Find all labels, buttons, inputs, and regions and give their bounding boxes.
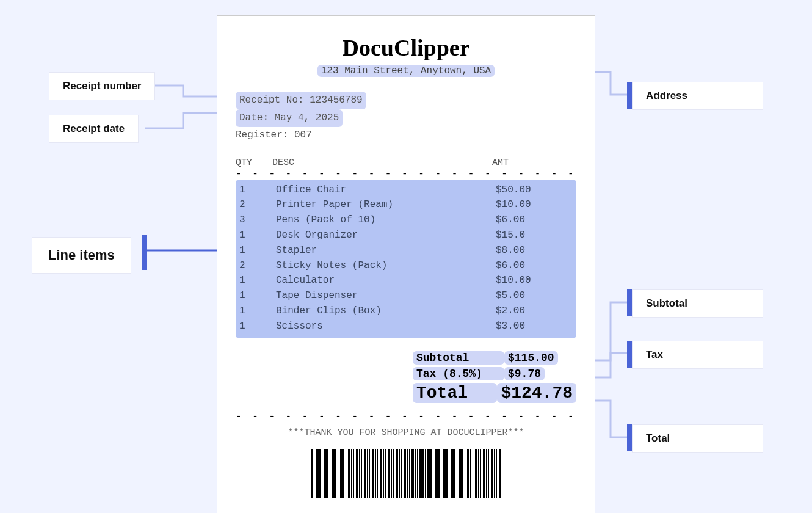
header-amt: AMT [492, 158, 565, 168]
address-highlight: 123 Main Street, Anytown, USA [317, 65, 495, 77]
item-qty: 2 [239, 258, 276, 274]
line-item-row: 1Tape Dispenser$5.00 [239, 288, 573, 304]
tax-accent-bar [627, 341, 632, 368]
line-item-row: 1Office Chair$50.00 [239, 183, 573, 198]
item-desc: Scissors [276, 319, 496, 334]
thank-you-message: ***THANK YOU FOR SHOPPING AT DOCUCLIPPER… [236, 428, 576, 438]
dash-separator: - - - - - - - - - - - - - - - - - - - - … [236, 169, 576, 179]
item-qty: 1 [239, 228, 276, 243]
line-item-row: 1Binder Clips (Box)$2.00 [239, 304, 573, 319]
callout-receipt-number: Receipt number [49, 72, 155, 100]
line-item-row: 3Pens (Pack of 10)$6.00 [239, 213, 573, 228]
item-qty: 1 [239, 273, 276, 288]
item-desc: Stapler [276, 243, 496, 258]
item-qty: 1 [239, 183, 276, 198]
item-amt: $6.00 [496, 213, 569, 228]
line-item-row: 1Stapler$8.00 [239, 243, 573, 258]
item-desc: Tape Dispenser [276, 288, 496, 304]
item-desc: Desk Organizer [276, 228, 496, 243]
item-qty: 1 [239, 319, 276, 334]
item-qty: 1 [239, 243, 276, 258]
total-value: $124.78 [497, 383, 576, 403]
register-label: Register: [236, 129, 294, 140]
item-amt: $10.00 [496, 197, 569, 213]
header-qty: QTY [236, 158, 272, 168]
callout-tax: Tax [632, 341, 763, 369]
receipt-date-highlight: Date: May 4, 2025 [236, 109, 343, 127]
item-amt: $10.00 [496, 273, 569, 288]
item-amt: $6.00 [496, 258, 569, 274]
line-item-row: 2Sticky Notes (Pack)$6.00 [239, 258, 573, 274]
dash-separator-bottom: - - - - - - - - - - - - - - - - - - - - … [236, 412, 576, 421]
register-value: 007 [294, 129, 312, 140]
items-header: QTY DESC AMT [236, 158, 576, 168]
totals-block: Subtotal $115.00 Tax (8.5%) $9.78 Total … [413, 351, 576, 403]
receipt-number-highlight: Receipt No: 123456789 [236, 92, 366, 109]
callout-receipt-date: Receipt date [49, 115, 139, 143]
item-amt: $2.00 [496, 304, 569, 319]
receipt-document: DocuClipper 123 Main Street, Anytown, US… [217, 15, 595, 513]
date-label: Date: [239, 112, 275, 123]
line-item-row: 1Scissors$3.00 [239, 319, 573, 334]
callout-line-items: Line items [32, 237, 131, 274]
item-amt: $5.00 [496, 288, 569, 304]
subtotal-row: Subtotal $115.00 [413, 351, 576, 365]
tax-row: Tax (8.5%) $9.78 [413, 367, 576, 380]
total-accent-bar [627, 424, 632, 451]
item-desc: Printer Paper (Ream) [276, 197, 496, 213]
callout-address: Address [632, 82, 763, 110]
item-qty: 3 [239, 213, 276, 228]
callout-total: Total [632, 424, 763, 453]
item-desc: Office Chair [276, 183, 496, 198]
item-amt: $15.0 [496, 228, 569, 243]
item-desc: Calculator [276, 273, 496, 288]
address-accent-bar [627, 82, 632, 109]
line-item-row: 2Printer Paper (Ream)$10.00 [239, 197, 573, 213]
tax-value: $9.78 [504, 367, 545, 380]
receipt-no-label: Receipt No: [239, 95, 310, 106]
subtotal-value: $115.00 [504, 351, 558, 365]
brand-name: DocuClipper [236, 34, 576, 61]
barcode [311, 449, 501, 498]
item-desc: Sticky Notes (Pack) [276, 258, 496, 274]
item-amt: $3.00 [496, 319, 569, 334]
item-amt: $50.00 [496, 183, 569, 198]
item-qty: 1 [239, 304, 276, 319]
item-amt: $8.00 [496, 243, 569, 258]
line-items-accent-bar [142, 235, 147, 270]
tax-label: Tax (8.5%) [413, 367, 504, 380]
item-qty: 2 [239, 197, 276, 213]
callout-subtotal: Subtotal [632, 289, 763, 318]
item-qty: 1 [239, 288, 276, 304]
total-row: Total $124.78 [413, 383, 576, 403]
date-value: May 4, 2025 [275, 112, 339, 123]
address-line: 123 Main Street, Anytown, USA [236, 65, 576, 77]
subtotal-label: Subtotal [413, 351, 504, 365]
subtotal-accent-bar [627, 289, 632, 316]
item-desc: Pens (Pack of 10) [276, 213, 496, 228]
line-item-row: 1Calculator$10.00 [239, 273, 573, 288]
receipt-no-value: 123456789 [310, 95, 362, 106]
line-item-row: 1Desk Organizer$15.0 [239, 228, 573, 243]
receipt-meta: Receipt No: 123456789 Date: May 4, 2025 … [236, 92, 576, 144]
item-desc: Binder Clips (Box) [276, 304, 496, 319]
header-desc: DESC [272, 158, 492, 168]
total-label: Total [413, 383, 497, 403]
line-items-table: 1Office Chair$50.002Printer Paper (Ream)… [236, 180, 576, 338]
